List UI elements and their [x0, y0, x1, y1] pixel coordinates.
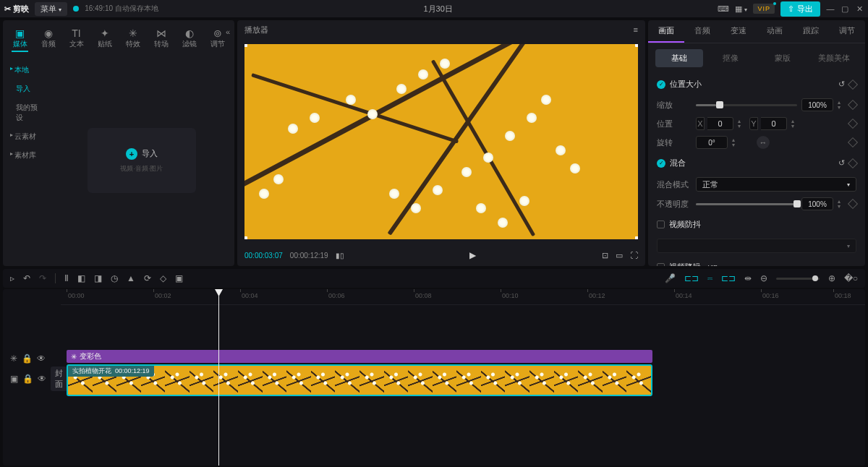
sidebar-item-import[interactable]: 导入	[3, 80, 49, 98]
lock-icon[interactable]: 🔒	[22, 374, 33, 384]
checkbox-stabilize[interactable]	[657, 220, 665, 228]
opacity-stepper[interactable]: ▴▾	[838, 199, 845, 209]
tool-tab-audio[interactable]: ◉音频	[34, 25, 62, 55]
speed-icon[interactable]: ◷	[111, 273, 118, 283]
effect-track-icon[interactable]: ✳	[10, 354, 17, 364]
prop-tab-track[interactable]: 跟踪	[793, 20, 829, 43]
section-position-size: ✓ 位置大小 ↺	[657, 76, 856, 93]
tool-tab-media[interactable]: ▣媒体	[6, 25, 34, 55]
maximize-button[interactable]: ▢	[841, 4, 849, 13]
video-track-icon[interactable]: ▣	[10, 374, 18, 384]
minimize-button[interactable]: —	[826, 4, 835, 13]
delete-right-icon[interactable]: ◨	[94, 273, 102, 283]
sidebar-item-library[interactable]: ▸素材库	[3, 146, 49, 165]
link-icon[interactable]: ⎓	[707, 273, 712, 283]
menu-button[interactable]: 菜单 ▾	[35, 2, 67, 16]
tool-tab-effect[interactable]: ✳特效	[119, 25, 147, 55]
sidebar-item-cloud[interactable]: ▸云素材	[3, 127, 49, 146]
collapse-panel-icon[interactable]: «	[226, 27, 230, 36]
compare-icon[interactable]: ▮▯	[336, 252, 344, 260]
lock-icon[interactable]: 🔒	[22, 354, 33, 364]
blend-mode-select[interactable]: 正常▾	[696, 177, 856, 192]
check-icon[interactable]: ✓	[657, 159, 665, 168]
delete-left-icon[interactable]: ◧	[77, 273, 85, 283]
ratio-icon[interactable]: ▭	[616, 251, 623, 260]
layout-icon[interactable]: ▦ ▾	[735, 4, 747, 14]
redo-icon[interactable]: ↷	[39, 273, 46, 283]
preview-snap-icon[interactable]: ⊏⊐	[721, 273, 736, 283]
keyframe-icon[interactable]	[848, 137, 858, 147]
player-menu-icon[interactable]: ≡	[634, 25, 638, 34]
tool-tab-transition[interactable]: ⋈转场	[147, 25, 175, 55]
vip-badge[interactable]: VIP	[753, 4, 775, 14]
zoom-out-icon[interactable]: ⊖	[760, 273, 767, 283]
effect-clip-label: 变彩色	[80, 351, 101, 361]
scale-slider[interactable]	[696, 104, 797, 106]
position-x-field[interactable]: X0	[696, 117, 733, 130]
prop-tab-audio[interactable]: 音频	[684, 20, 720, 43]
scale-stepper[interactable]: ▴▾	[838, 100, 845, 110]
preview-canvas[interactable]	[244, 39, 638, 244]
pos-x-stepper[interactable]: ▴▾	[738, 119, 745, 129]
prop-tab-picture[interactable]: 画面	[648, 20, 684, 43]
rotate-icon[interactable]: ⟳	[144, 273, 151, 283]
play-button[interactable]: ▶	[352, 250, 595, 260]
tool-tab-sticker[interactable]: ✦贴纸	[90, 25, 119, 55]
playhead[interactable]	[218, 289, 219, 466]
zoom-fit-icon[interactable]: �○	[844, 273, 858, 283]
check-icon[interactable]: ✓	[657, 80, 665, 89]
keyframe-icon[interactable]	[848, 158, 858, 168]
scale-value[interactable]: 100%	[801, 98, 833, 111]
sidebar-item-presets[interactable]: 我的预设	[3, 98, 49, 127]
sub-tab-basic[interactable]: 基础	[655, 49, 703, 67]
scale-label: 缩放	[657, 100, 692, 111]
close-button[interactable]: ✕	[855, 4, 864, 13]
reset-icon[interactable]: ↺	[838, 158, 845, 168]
zoom-in-icon[interactable]: ⊕	[828, 273, 835, 283]
sub-tab-cutout[interactable]: 抠像	[707, 49, 755, 67]
mic-icon[interactable]: 🎤	[665, 273, 676, 283]
keyframe-icon[interactable]	[848, 100, 858, 110]
eye-icon[interactable]: 👁	[38, 374, 46, 384]
opacity-slider[interactable]	[696, 203, 797, 205]
import-dropzone[interactable]: + 导入 视频·音频·图片	[88, 128, 196, 193]
select-tool-icon[interactable]: ▹	[10, 273, 14, 283]
video-clip[interactable]: 实拍植物开花 00:00:12:19	[67, 364, 652, 396]
keyframe-icon[interactable]	[848, 199, 858, 209]
crop-icon[interactable]: ◇	[160, 273, 166, 283]
effect-clip[interactable]: ✳ 变彩色	[67, 350, 652, 363]
prop-tab-anim[interactable]: 动画	[757, 20, 793, 43]
tool-tab-text[interactable]: TI文本	[62, 25, 90, 55]
safe-zone-icon[interactable]: ⊡	[602, 251, 608, 260]
checkbox-denoise[interactable]	[657, 263, 665, 266]
split-icon[interactable]: Ⅱ	[64, 273, 69, 283]
position-y-field[interactable]: Y0	[749, 117, 787, 130]
keyframe-icon[interactable]	[848, 79, 858, 89]
rotate-value[interactable]: 0°	[696, 136, 728, 149]
zoom-slider[interactable]	[776, 278, 820, 280]
mirror-icon[interactable]: ▲	[127, 273, 135, 283]
track-align-icon[interactable]: ⇹	[744, 273, 752, 283]
flip-h-icon[interactable]: ↔	[757, 136, 770, 149]
freeze-icon[interactable]: ▣	[175, 273, 183, 283]
media-icon: ▣	[6, 27, 34, 39]
tool-tab-filter[interactable]: ◐滤镜	[175, 25, 203, 55]
rotate-stepper[interactable]: ▴▾	[732, 137, 739, 147]
keyframe-icon[interactable]	[848, 119, 858, 129]
undo-icon[interactable]: ↶	[23, 273, 30, 283]
time-ruler[interactable]: 00:00 00:02 00:04 00:06 00:08 00:10 00:1…	[61, 289, 865, 305]
fullscreen-icon[interactable]: ⛶	[630, 251, 638, 260]
prop-tab-adjust[interactable]: 调节	[829, 20, 865, 43]
reset-icon[interactable]: ↺	[838, 80, 845, 89]
export-button[interactable]: ⇧导出	[780, 1, 820, 17]
pos-y-stepper[interactable]: ▴▾	[791, 119, 799, 129]
opacity-value[interactable]: 100%	[801, 197, 833, 210]
stabilize-select[interactable]: ▾	[657, 239, 856, 253]
prop-tab-speed[interactable]: 变速	[720, 20, 757, 43]
sub-tab-beauty[interactable]: 美颜美体	[811, 49, 859, 67]
magnet-icon[interactable]: ⊏⊐	[684, 273, 699, 283]
eye-icon[interactable]: 👁	[37, 354, 46, 364]
sidebar-item-local[interactable]: ▸本地	[3, 61, 49, 80]
sub-tab-mask[interactable]: 蒙版	[759, 49, 807, 67]
shortcuts-icon[interactable]: ⌨	[718, 4, 729, 14]
